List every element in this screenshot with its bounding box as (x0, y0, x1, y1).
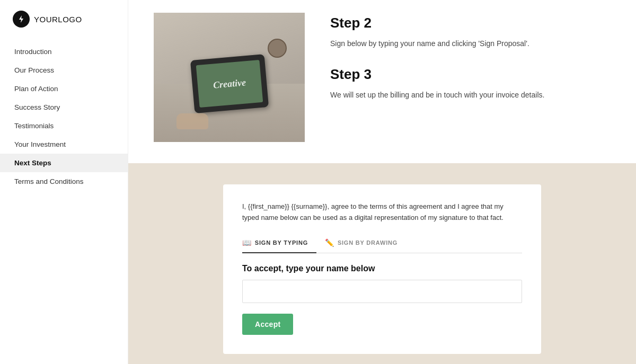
tab-sign-by-drawing[interactable]: ✏️ SIGN BY DRAWING (325, 234, 406, 253)
signature-card: I, {{first_name}} {{surname}}, agree to … (223, 184, 541, 354)
hands (176, 113, 208, 129)
tab-drawing-label: SIGN BY DRAWING (338, 239, 398, 246)
hero-image: Creative (154, 13, 305, 142)
agreement-text: I, {{first_name}} {{surname}}, agree to … (242, 201, 522, 224)
nav-items: Introduction Our Process Plan of Action … (0, 42, 128, 191)
steps-content: Step 2 Sign below by typing your name an… (330, 13, 611, 142)
logo-light: LOGO (58, 15, 82, 24)
sidebar-item-plan-of-action[interactable]: Plan of Action (0, 79, 128, 98)
sidebar-item-terms-and-conditions[interactable]: Terms and Conditions (0, 172, 128, 191)
svg-marker-0 (19, 15, 23, 23)
tab-sign-by-typing[interactable]: 📖 SIGN BY TYPING (242, 234, 316, 253)
logo-icon (13, 11, 30, 28)
step2-heading: Step 2 (330, 15, 611, 31)
bottom-section: I, {{first_name}} {{surname}}, agree to … (128, 163, 636, 364)
name-prompt: To accept, type your name below (242, 264, 522, 273)
sidebar-item-success-story[interactable]: Success Story (0, 98, 128, 117)
sidebar-item-introduction[interactable]: Introduction (0, 42, 128, 61)
logo-bold: YOUR (34, 15, 58, 24)
top-section: Creative Step 2 Sign below by typing you… (128, 0, 636, 163)
sidebar: YOURLOGO Introduction Our Process Plan o… (0, 0, 128, 364)
sidebar-item-next-steps[interactable]: Next Steps (0, 154, 128, 172)
tablet-screen: Creative (196, 60, 263, 108)
creative-label: Creative (213, 77, 246, 91)
tablet: Creative (190, 54, 268, 113)
step3-text: We will set up the billing and be in tou… (330, 89, 611, 101)
logo-text: YOURLOGO (34, 15, 82, 24)
sidebar-item-your-investment[interactable]: Your Investment (0, 135, 128, 154)
step3-heading: Step 3 (330, 66, 611, 83)
main-content: Creative Step 2 Sign below by typing you… (128, 0, 636, 364)
step2-text: Sign below by typing your name and click… (330, 38, 611, 49)
accept-button[interactable]: Accept (242, 314, 293, 335)
name-input[interactable] (242, 280, 522, 303)
sidebar-item-our-process[interactable]: Our Process (0, 61, 128, 79)
tab-typing-label: SIGN BY TYPING (255, 239, 308, 246)
logo-area: YOURLOGO (0, 11, 128, 42)
coffee-cup (268, 39, 287, 58)
book-icon: 📖 (242, 238, 252, 247)
sign-tabs: 📖 SIGN BY TYPING ✏️ SIGN BY DRAWING (242, 234, 522, 253)
pen-icon: ✏️ (325, 238, 334, 247)
sidebar-item-testimonials[interactable]: Testimonials (0, 117, 128, 135)
